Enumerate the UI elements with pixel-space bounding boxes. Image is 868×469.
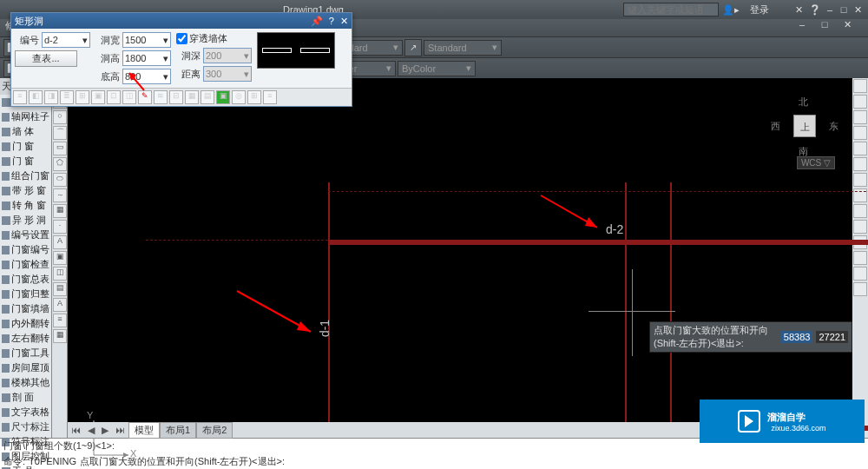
tb-icon[interactable]: ⊞	[247, 90, 261, 104]
palette-item[interactable]: 门窗归整	[0, 287, 51, 301]
text-icon[interactable]: A	[53, 235, 67, 249]
tb-icon[interactable]: ≣	[60, 90, 74, 104]
scale-icon[interactable]	[853, 126, 867, 140]
palette-item[interactable]: 楼梯其他	[0, 375, 51, 390]
polygon-icon[interactable]: ⬠	[53, 157, 67, 171]
viewcube-top[interactable]: 上	[793, 115, 816, 137]
mleaderstyle-combo[interactable]: Standard▾	[424, 40, 502, 56]
tb-icon[interactable]: ◎	[232, 90, 246, 104]
palette-item[interactable]: 房间屋顶	[0, 360, 51, 375]
point-icon[interactable]: ·	[53, 220, 67, 234]
tb-icon[interactable]: ⊡	[107, 90, 121, 104]
palette-item[interactable]: 组合门窗	[0, 168, 51, 183]
tb-icon[interactable]: ▤	[201, 90, 214, 104]
dialog-help-icon[interactable]: ?	[329, 16, 334, 26]
tb-icon[interactable]: ▦	[185, 90, 199, 104]
palette-item[interactable]: 门窗编号	[0, 242, 51, 257]
dialog-close-icon[interactable]: ✕	[340, 16, 348, 26]
tb-icon[interactable]: ◨	[44, 90, 58, 104]
palette-item[interactable]: 门 窗	[0, 154, 51, 168]
width-combo[interactable]: 1500▾	[122, 32, 171, 48]
tb-icon[interactable]: ▣	[216, 90, 230, 104]
ellipse-icon[interactable]: ⬭	[53, 173, 67, 187]
rotate-icon[interactable]	[853, 110, 867, 124]
maximize-button[interactable]: □	[837, 4, 851, 16]
login-button[interactable]: 登录	[750, 3, 769, 17]
fillet-icon[interactable]	[853, 204, 867, 218]
arc-icon[interactable]: ⌒	[53, 126, 67, 140]
tb-icon[interactable]: ≡	[13, 90, 27, 104]
minimize-button[interactable]: –	[823, 4, 837, 16]
erase-icon[interactable]	[853, 267, 867, 281]
exchange-icon[interactable]: ✕	[795, 4, 803, 15]
palette-item[interactable]: 门窗总表	[0, 272, 51, 287]
rect-icon[interactable]: ▭	[53, 142, 67, 155]
circle-icon[interactable]: ○	[53, 110, 67, 124]
wcs-label[interactable]: WCS ▽	[797, 156, 835, 169]
trim-icon[interactable]	[853, 173, 867, 187]
palette-item[interactable]: 墙 体	[0, 124, 51, 139]
close-button[interactable]: ✕	[851, 4, 865, 16]
palette-item[interactable]: 内外翻转	[0, 316, 51, 331]
doc-close-button[interactable]: ✕	[840, 19, 854, 36]
palette-item[interactable]: 门窗工具	[0, 346, 51, 360]
mirror-icon[interactable]	[853, 142, 867, 155]
dyn-x[interactable]: 58383	[781, 331, 813, 343]
palette-item[interactable]: 编号设置	[0, 228, 51, 242]
palette-item[interactable]: 转 角 窗	[0, 198, 51, 213]
help-icon[interactable]: ❔	[809, 4, 821, 15]
dyn-y[interactable]: 27221	[816, 331, 848, 343]
tb-icon[interactable]: ◧	[29, 90, 43, 104]
move-icon[interactable]	[853, 79, 867, 93]
palette-item[interactable]: 轴网柱子	[0, 109, 51, 124]
tool-icon[interactable]: ▦	[53, 329, 67, 343]
mleader-icon[interactable]: ↗	[404, 39, 422, 56]
tool-icon[interactable]: ≡	[53, 314, 67, 327]
tb-icon[interactable]: ≡	[263, 90, 277, 104]
doc-max-button[interactable]: □	[818, 19, 832, 36]
table-icon[interactable]: ▤	[53, 282, 67, 296]
doc-min-button[interactable]: –	[795, 19, 809, 36]
height-combo[interactable]: 1800▾	[122, 50, 171, 66]
chamfer-icon[interactable]	[853, 220, 867, 234]
palette-item[interactable]: 门窗填墙	[0, 301, 51, 316]
explode-icon[interactable]	[853, 251, 867, 265]
tab-last[interactable]: ⏭	[112, 425, 128, 435]
pierce-label: 穿透墙体	[189, 32, 227, 45]
search-icon[interactable]: 👤▸	[722, 4, 740, 16]
stretch-icon[interactable]	[853, 282, 867, 296]
copy-icon[interactable]	[853, 95, 867, 109]
drawing-canvas[interactable]: [-][俯视][二维线框] d-2 d-1 点取门窗大致的位置和开向(Shift…	[68, 78, 852, 438]
palette-item[interactable]: 异 形 洞	[0, 213, 51, 228]
color-combo[interactable]: ByColor▾	[398, 61, 476, 76]
tab-next[interactable]: ▶	[98, 425, 112, 436]
palette-item[interactable]: 剖 面	[0, 390, 51, 405]
spline-icon[interactable]: ～	[53, 188, 67, 202]
palette-item[interactable]: 带 形 窗	[0, 183, 51, 198]
tab-first[interactable]: ⏮	[68, 425, 84, 435]
search-input[interactable]	[623, 3, 719, 17]
block-icon[interactable]: ▣	[53, 251, 67, 265]
view-cube[interactable]: 北 西 东 南 上	[774, 96, 835, 156]
tb-icon[interactable]: ⊞	[76, 90, 89, 104]
tab-prev[interactable]: ◀	[84, 425, 98, 436]
region-icon[interactable]: ◫	[53, 267, 67, 281]
offset-icon[interactable]	[853, 157, 867, 171]
pierce-checkbox[interactable]	[176, 33, 187, 44]
dialog-pin-icon[interactable]: 📌	[311, 16, 323, 26]
number-combo[interactable]: d-2▾	[42, 32, 90, 48]
tb-icon[interactable]: ⊟	[169, 90, 183, 104]
palette-item[interactable]: 门窗检查	[0, 257, 51, 272]
palette-item[interactable]: 文字表格	[0, 405, 51, 419]
palette-item[interactable]: 尺寸标注	[0, 419, 51, 434]
lookup-button[interactable]: 查表...	[15, 50, 77, 67]
tb-icon[interactable]: ≋	[154, 90, 168, 104]
tab-layout2[interactable]: 布局2	[196, 422, 233, 439]
palette-item[interactable]: 门 窗	[0, 139, 51, 154]
palette-item[interactable]: 左右翻转	[0, 331, 51, 346]
mtext-icon[interactable]: A	[53, 298, 67, 312]
hatch-icon[interactable]: ▦	[53, 204, 67, 218]
tab-model[interactable]: 模型	[128, 422, 160, 439]
tab-layout1[interactable]: 布局1	[160, 422, 196, 439]
tb-icon[interactable]: ▣	[91, 90, 105, 104]
